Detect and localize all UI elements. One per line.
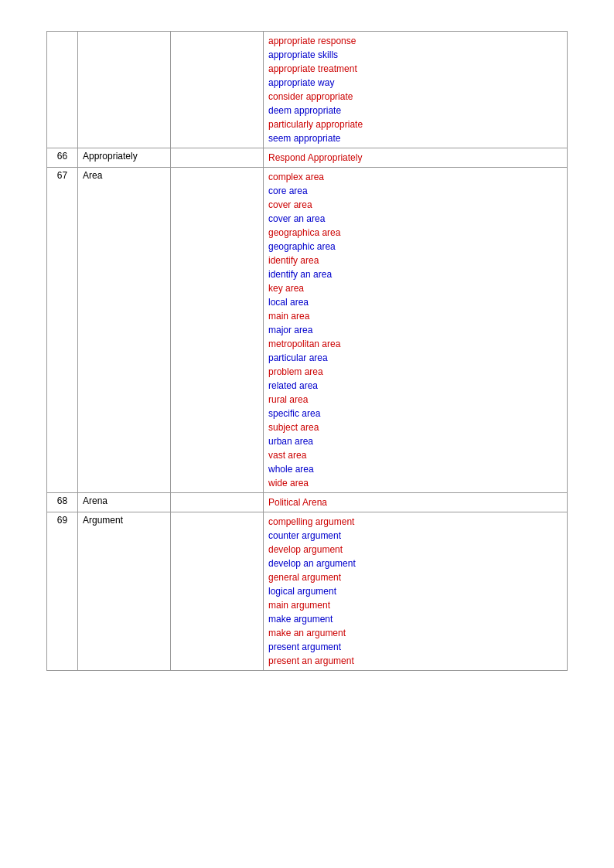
phrase-item: make an argument (268, 626, 562, 640)
phrase-item: complex area (268, 170, 562, 184)
phrase-item: particular area (268, 351, 562, 365)
phrase-item: related area (268, 379, 562, 393)
row-word (78, 32, 171, 148)
phrase-item: rural area (268, 393, 562, 407)
phrase-item: develop an argument (268, 557, 562, 570)
phrase-item: appropriate response (268, 34, 562, 48)
row-empty (171, 512, 264, 671)
row-number: 69 (47, 512, 78, 671)
phrase-item: wide area (268, 476, 562, 490)
row-empty (171, 168, 264, 493)
row-empty (171, 148, 264, 168)
phrase-item: Respond Appropriately (268, 151, 562, 165)
row-empty (171, 32, 264, 148)
row-phrases: appropriate responseappropriate skillsap… (264, 32, 568, 148)
phrase-item: main area (268, 309, 562, 323)
table-row: appropriate responseappropriate skillsap… (47, 32, 568, 148)
row-number: 68 (47, 493, 78, 512)
row-phrases: Respond Appropriately (264, 148, 568, 168)
row-word: Area (78, 168, 171, 493)
phrase-item: major area (268, 323, 562, 337)
row-number: 67 (47, 168, 78, 493)
phrase-item: make argument (268, 612, 562, 626)
phrase-item: logical argument (268, 584, 562, 598)
row-number: 66 (47, 148, 78, 168)
vocabulary-table: appropriate responseappropriate skillsap… (46, 31, 568, 671)
table-row: 69Argumentcompelling argumentcounter arg… (47, 512, 568, 671)
main-table-container: appropriate responseappropriate skillsap… (46, 31, 568, 671)
phrase-item: key area (268, 281, 562, 295)
phrase-item: specific area (268, 407, 562, 420)
table-row: 68ArenaPolitical Arena (47, 493, 568, 512)
row-number (47, 32, 78, 148)
phrase-item: main argument (268, 598, 562, 612)
phrase-item: seem appropriate (268, 131, 562, 145)
phrase-item: subject area (268, 420, 562, 434)
phrase-item: core area (268, 184, 562, 198)
row-word: Argument (78, 512, 171, 671)
phrase-item: compelling argument (268, 515, 562, 529)
row-word: Appropriately (78, 148, 171, 168)
phrase-item: local area (268, 295, 562, 309)
phrase-item: particularly appropriate (268, 117, 562, 131)
phrase-item: problem area (268, 365, 562, 379)
phrase-item: appropriate treatment (268, 62, 562, 76)
phrase-item: vast area (268, 448, 562, 462)
row-phrases: compelling argumentcounter argumentdevel… (264, 512, 568, 671)
phrase-item: general argument (268, 570, 562, 584)
row-phrases: complex areacore areacover areacover an … (264, 168, 568, 493)
row-empty (171, 493, 264, 512)
phrase-item: consider appropriate (268, 90, 562, 104)
table-row: 66AppropriatelyRespond Appropriately (47, 148, 568, 168)
phrase-item: Political Arena (268, 495, 562, 509)
phrase-item: geographica area (268, 226, 562, 240)
phrase-item: appropriate way (268, 76, 562, 90)
phrase-item: identify an area (268, 267, 562, 281)
phrase-item: geographic area (268, 240, 562, 254)
row-phrases: Political Arena (264, 493, 568, 512)
phrase-item: identify area (268, 254, 562, 267)
phrase-item: deem appropriate (268, 104, 562, 117)
phrase-item: present argument (268, 640, 562, 654)
phrase-item: develop argument (268, 543, 562, 557)
table-row: 67Areacomplex areacore areacover areacov… (47, 168, 568, 493)
phrase-item: appropriate skills (268, 48, 562, 62)
phrase-item: whole area (268, 462, 562, 476)
phrase-item: metropolitan area (268, 337, 562, 351)
phrase-item: urban area (268, 434, 562, 448)
phrase-item: cover an area (268, 212, 562, 226)
phrase-item: present an argument (268, 654, 562, 668)
phrase-item: cover area (268, 198, 562, 212)
row-word: Arena (78, 493, 171, 512)
phrase-item: counter argument (268, 529, 562, 543)
